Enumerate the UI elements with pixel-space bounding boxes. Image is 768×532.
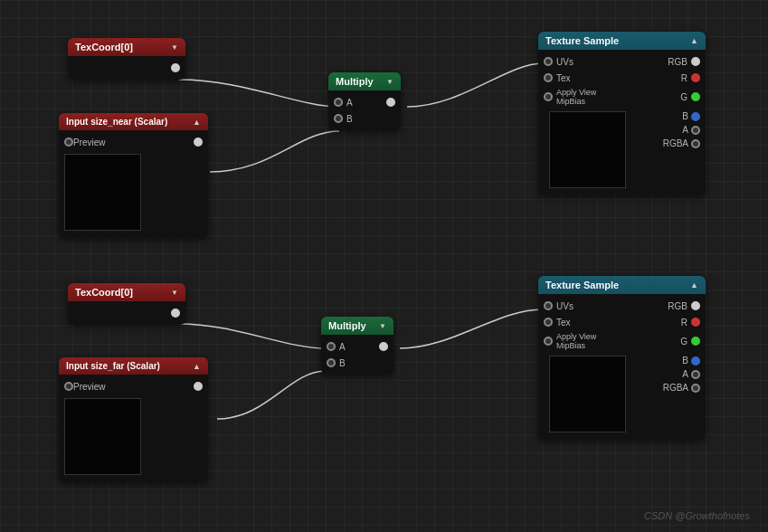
- multiply-bot-b-label: B: [339, 358, 388, 368]
- texture-top-mip-in-pin: [544, 92, 553, 101]
- texture-top-header: Texture Sample ▲: [538, 32, 706, 50]
- multiply-bot-body: A B: [321, 335, 393, 375]
- input-far-body: Preview: [59, 375, 208, 482]
- multiply-top-a-row: A: [328, 94, 401, 110]
- texture-bot-rgba-pin: [691, 384, 700, 393]
- texcoord-top-node[interactable]: TexCoord[0] ▼: [68, 38, 185, 80]
- texcoord-bot-body: [68, 301, 185, 325]
- multiply-top-a-label: A: [346, 98, 386, 108]
- input-near-left-pin: [64, 138, 73, 147]
- texture-bot-b-label: B: [682, 356, 688, 366]
- texture-top-a-pin: [691, 126, 700, 135]
- texture-bot-header: Texture Sample ▲: [538, 276, 706, 294]
- texture-bot-tex-row: Tex R: [538, 314, 706, 330]
- multiply-bot-a-pin: [327, 342, 336, 351]
- texture-top-tex-label: Tex: [556, 73, 622, 83]
- multiply-top-b-label: B: [346, 114, 395, 124]
- texcoord-top-title: TexCoord[0]: [75, 42, 167, 52]
- texcoord-top-arrow[interactable]: ▼: [171, 43, 178, 52]
- input-far-preview-image: [64, 398, 141, 475]
- input-far-header: Input size_far (Scalar) ▲: [59, 357, 208, 375]
- texture-top-b-label: B: [682, 111, 688, 121]
- texture-bot-g-pin: [691, 337, 700, 346]
- texture-top-tex-row: Tex R: [538, 70, 706, 86]
- texcoord-top-output-row: [68, 60, 185, 76]
- multiply-top-body: A B: [328, 90, 401, 130]
- texture-top-a-label: A: [682, 125, 688, 135]
- input-near-output-pin: [194, 138, 203, 147]
- texture-bot-r-label: R: [622, 318, 688, 328]
- multiply-bot-header: Multiply ▼: [321, 317, 393, 335]
- texcoord-bot-arrow[interactable]: ▼: [171, 289, 178, 297]
- input-far-preview-row: Preview: [59, 378, 208, 394]
- texture-bot-rgb-label: RGB: [622, 301, 688, 311]
- texture-top-uvs-in-pin: [544, 57, 553, 66]
- texture-bot-a-label: A: [682, 369, 688, 379]
- input-far-node[interactable]: Input size_far (Scalar) ▲ Preview: [59, 357, 208, 482]
- texture-bot-a-pin: [691, 370, 700, 379]
- texcoord-top-header: TexCoord[0] ▼: [68, 38, 185, 56]
- texture-bot-preview-section: B A RGBA: [538, 352, 706, 436]
- texture-bot-uvs-row: UVs RGB: [538, 298, 706, 314]
- texture-top-mip-label: Apply View MipBias: [556, 88, 622, 106]
- multiply-bot-a-row: A: [321, 338, 393, 355]
- texture-bot-mip-row: Apply View MipBias G: [538, 330, 706, 352]
- texture-top-uvs-row: UVs RGB: [538, 53, 706, 70]
- multiply-bot-node[interactable]: Multiply ▼ A B: [321, 317, 393, 375]
- texture-bot-rgba-label: RGBA: [663, 383, 688, 393]
- texture-bot-body: UVs RGB Tex R Apply View MipBias G B: [538, 294, 706, 440]
- multiply-top-arrow[interactable]: ▼: [386, 78, 393, 86]
- multiply-top-b-row: B: [328, 110, 401, 127]
- texture-top-rgb-label: RGB: [622, 57, 688, 67]
- texture-top-g-label: G: [622, 92, 688, 102]
- texture-top-collapse[interactable]: ▲: [690, 36, 698, 45]
- input-near-preview-row: Preview: [59, 134, 208, 150]
- texture-bot-node[interactable]: Texture Sample ▲ UVs RGB Tex R Apply Vie…: [538, 276, 706, 440]
- texture-top-body: UVs RGB Tex R Apply View MipBias G B: [538, 50, 706, 195]
- multiply-bot-arrow[interactable]: ▼: [379, 322, 386, 330]
- input-far-preview-area: [59, 394, 208, 479]
- texture-top-mip-row: Apply View MipBias G: [538, 86, 706, 108]
- texture-top-preview-section: B A RGBA: [538, 108, 706, 192]
- input-near-node[interactable]: Input size_near (Scalar) ▲ Preview: [59, 113, 208, 238]
- texture-top-r-label: R: [622, 73, 688, 83]
- multiply-bot-a-label: A: [339, 342, 379, 352]
- multiply-top-node[interactable]: Multiply ▼ A B: [328, 72, 401, 130]
- input-near-title: Input size_near (Scalar): [66, 117, 193, 127]
- texture-bot-g-label: G: [622, 337, 688, 347]
- texture-bot-tex-in-pin: [544, 318, 553, 327]
- input-near-collapse[interactable]: ▲: [193, 118, 201, 127]
- input-far-collapse[interactable]: ▲: [193, 362, 201, 371]
- texture-top-b-pin: [691, 112, 700, 121]
- texture-top-rgba-pin: [691, 139, 700, 148]
- input-far-title: Input size_far (Scalar): [66, 361, 193, 371]
- texture-bot-preview: [549, 356, 626, 432]
- input-near-header: Input size_near (Scalar) ▲: [59, 113, 208, 130]
- texture-top-rgba-label: RGBA: [663, 138, 688, 148]
- texcoord-bot-title: TexCoord[0]: [75, 287, 167, 298]
- texture-bot-mip-label: Apply View MipBias: [556, 332, 622, 350]
- texture-bot-mip-in-pin: [544, 337, 553, 346]
- texture-bot-tex-label: Tex: [556, 318, 622, 328]
- texcoord-bot-header: TexCoord[0] ▼: [68, 283, 185, 301]
- watermark-text: CSDN @Growthofnotes: [644, 510, 750, 521]
- texture-top-r-pin: [691, 73, 700, 82]
- multiply-top-b-pin: [334, 114, 343, 123]
- texcoord-bot-output-row: [68, 305, 185, 321]
- texcoord-bot-output-pin: [171, 309, 180, 318]
- multiply-bot-b-row: B: [321, 355, 393, 371]
- texture-top-title: Texture Sample: [545, 35, 690, 46]
- texcoord-bot-node[interactable]: TexCoord[0] ▼: [68, 283, 185, 325]
- texture-bot-collapse[interactable]: ▲: [690, 280, 698, 290]
- texture-top-g-pin: [691, 92, 700, 101]
- input-near-preview-image: [64, 154, 141, 231]
- texture-top-node[interactable]: Texture Sample ▲ UVs RGB Tex R Apply Vie…: [538, 32, 706, 195]
- multiply-top-header: Multiply ▼: [328, 72, 401, 90]
- input-near-preview-label: Preview: [73, 138, 194, 147]
- texture-top-tex-in-pin: [544, 73, 553, 82]
- watermark: CSDN @Growthofnotes: [644, 510, 750, 521]
- texture-top-rgb-pin: [691, 57, 700, 66]
- texcoord-top-body: [68, 56, 185, 80]
- texture-top-preview: [549, 111, 626, 188]
- texture-bot-r-pin: [691, 318, 700, 327]
